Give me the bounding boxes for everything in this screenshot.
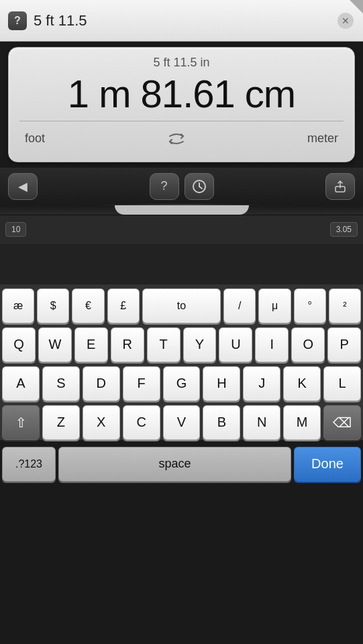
keyboard-bottom-row: .?123 space Done bbox=[0, 444, 363, 487]
back-button[interactable]: ◀ bbox=[8, 173, 38, 200]
key-p[interactable]: P bbox=[327, 327, 361, 362]
swap-button[interactable] bbox=[164, 127, 189, 151]
slider-left-value: 10 bbox=[5, 222, 26, 237]
history-button[interactable] bbox=[185, 173, 214, 200]
space-key[interactable]: space bbox=[58, 447, 291, 482]
num-key[interactable]: .?123 bbox=[2, 447, 56, 482]
title-bar: ? 5 ft 11.5 bbox=[0, 0, 363, 42]
unit-from[interactable]: foot bbox=[25, 131, 45, 146]
display-units: foot meter bbox=[19, 127, 344, 151]
key-y[interactable]: Y bbox=[183, 327, 217, 362]
key-k[interactable]: K bbox=[283, 366, 321, 401]
key-to[interactable]: to bbox=[142, 288, 221, 323]
display-divider bbox=[19, 121, 344, 121]
key-j[interactable]: J bbox=[243, 366, 280, 401]
toolbar-curve bbox=[0, 205, 363, 215]
special-row: æ $ € £ to / μ ° ² bbox=[2, 288, 361, 323]
qwerty-row: Q W E R T Y U I O P bbox=[2, 327, 361, 362]
zxcv-row: ⇧ Z X C V B N M ⌫ bbox=[2, 405, 361, 440]
key-e[interactable]: E bbox=[74, 327, 108, 362]
keyboard: æ $ € £ to / μ ° ² Q W E R T Y U I O P A… bbox=[0, 284, 363, 440]
done-key[interactable]: Done bbox=[294, 447, 361, 482]
key-x[interactable]: X bbox=[83, 405, 120, 440]
key-o[interactable]: O bbox=[291, 327, 325, 362]
help-button[interactable]: ? bbox=[150, 173, 179, 200]
key-u[interactable]: U bbox=[219, 327, 252, 362]
key-ae[interactable]: æ bbox=[2, 288, 34, 323]
key-n[interactable]: N bbox=[243, 405, 280, 440]
slider-area: 10 3.05 bbox=[0, 215, 363, 244]
help-icon[interactable]: ? bbox=[8, 11, 27, 30]
key-w[interactable]: W bbox=[38, 327, 72, 362]
display-area: 5 ft 11.5 in 1 m 81.61 cm foot meter bbox=[8, 47, 355, 162]
shift-key[interactable]: ⇧ bbox=[2, 405, 40, 440]
slider-right-value: 3.05 bbox=[330, 222, 358, 237]
key-c[interactable]: C bbox=[123, 405, 160, 440]
key-dollar[interactable]: $ bbox=[37, 288, 69, 323]
key-a[interactable]: A bbox=[2, 366, 40, 401]
display-secondary: 5 ft 11.5 in bbox=[19, 56, 344, 70]
share-button[interactable] bbox=[325, 173, 355, 200]
backspace-key[interactable]: ⌫ bbox=[323, 405, 361, 440]
key-mu[interactable]: μ bbox=[258, 288, 291, 323]
key-b[interactable]: B bbox=[203, 405, 240, 440]
dark-area bbox=[0, 244, 363, 284]
key-m[interactable]: M bbox=[283, 405, 321, 440]
key-g[interactable]: G bbox=[163, 366, 201, 401]
key-squared[interactable]: ² bbox=[329, 288, 361, 323]
toolbar: ◀ ? bbox=[0, 168, 363, 205]
unit-to[interactable]: meter bbox=[307, 131, 338, 146]
key-degree[interactable]: ° bbox=[294, 288, 326, 323]
key-s[interactable]: S bbox=[42, 366, 80, 401]
key-r[interactable]: R bbox=[111, 327, 144, 362]
key-d[interactable]: D bbox=[83, 366, 120, 401]
title-text: 5 ft 11.5 bbox=[34, 12, 336, 30]
key-slash[interactable]: / bbox=[223, 288, 256, 323]
key-h[interactable]: H bbox=[203, 366, 240, 401]
display-primary: 1 m 81.61 cm bbox=[19, 72, 344, 115]
key-l[interactable]: L bbox=[323, 366, 361, 401]
key-t[interactable]: T bbox=[147, 327, 180, 362]
key-v[interactable]: V bbox=[163, 405, 201, 440]
key-z[interactable]: Z bbox=[42, 405, 80, 440]
key-pound[interactable]: £ bbox=[107, 288, 140, 323]
key-i[interactable]: I bbox=[255, 327, 289, 362]
key-q[interactable]: Q bbox=[2, 327, 36, 362]
key-euro[interactable]: € bbox=[72, 288, 104, 323]
close-button[interactable] bbox=[336, 11, 355, 30]
asdf-row: A S D F G H J K L bbox=[2, 366, 361, 401]
key-f[interactable]: F bbox=[123, 366, 160, 401]
